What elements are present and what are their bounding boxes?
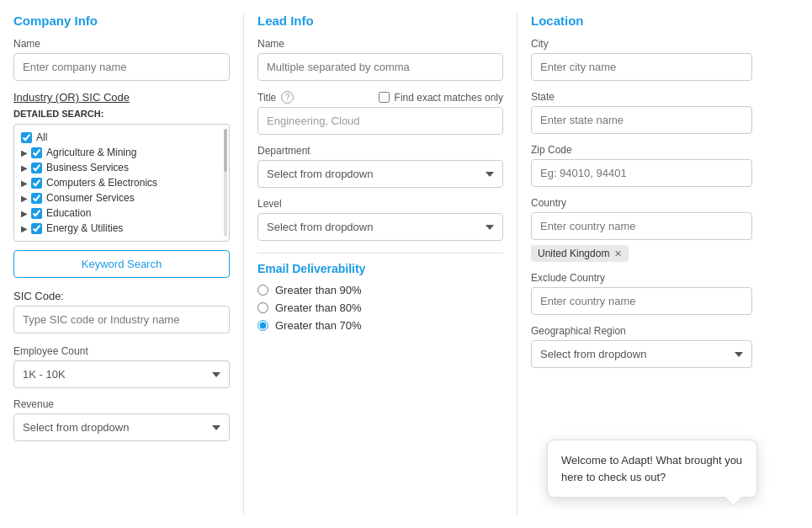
exclude-country-label: Exclude Country <box>531 272 752 284</box>
radio-gt70[interactable]: Greater than 70% <box>257 319 503 332</box>
city-label: City <box>531 38 752 50</box>
industry-comp[interactable]: ▶ Computers & Electronics <box>18 175 226 190</box>
industry-consumer[interactable]: ▶ Consumer Services <box>18 190 226 205</box>
lead-info-title: Lead Info <box>257 13 503 28</box>
country-tag-label: United Kingdom <box>538 248 609 259</box>
state-label: State <box>531 91 752 103</box>
company-name-label: Name <box>13 38 230 50</box>
industry-biz-checkbox[interactable] <box>31 163 42 173</box>
industry-all-label: All <box>36 131 47 143</box>
expand-comp-icon[interactable]: ▶ <box>21 179 28 188</box>
country-label: Country <box>531 197 752 209</box>
state-input[interactable] <box>531 106 752 134</box>
radio-gt80-label: Greater than 80% <box>275 301 362 314</box>
sic-code-input[interactable] <box>13 306 230 333</box>
company-info-title: Company Info <box>13 13 230 28</box>
industry-biz[interactable]: ▶ Business Services <box>18 160 226 175</box>
radio-gt90-label: Greater than 90% <box>275 284 362 296</box>
radio-gt70-label: Greater than 70% <box>275 319 362 332</box>
city-input[interactable] <box>531 53 752 81</box>
industry-energy[interactable]: ▶ Energy & Utilities <box>18 221 226 236</box>
industry-edu[interactable]: ▶ Education <box>18 205 226 221</box>
level-label: Level <box>257 198 503 210</box>
company-name-input[interactable] <box>13 53 230 81</box>
industry-sic-link[interactable]: Industry (OR) SIC Code <box>13 91 130 104</box>
country-tag: United Kingdom ✕ <box>531 245 629 262</box>
find-exact-label: Find exact matches only <box>395 92 503 104</box>
geo-region-select[interactable]: Select from dropdown North America Europ… <box>531 340 752 368</box>
industry-comp-checkbox[interactable] <box>31 178 42 189</box>
industry-energy-label: Energy & Utilities <box>46 222 123 234</box>
industry-all-checkbox[interactable] <box>21 132 32 143</box>
find-exact-checkbox[interactable] <box>379 92 390 103</box>
keyword-search-button[interactable]: Keyword Search <box>13 250 230 278</box>
employee-count-label: Employee Count <box>13 345 230 357</box>
level-select[interactable]: Select from dropdown C-Level VP Director… <box>257 213 503 241</box>
title-info-icon[interactable]: ? <box>281 91 294 104</box>
expand-energy-icon[interactable]: ▶ <box>21 224 28 233</box>
exclude-country-input[interactable] <box>531 287 752 315</box>
title-input[interactable] <box>257 107 503 135</box>
industry-agri-label: Agriculture & Mining <box>46 147 136 158</box>
title-label: Title <box>257 92 276 104</box>
industry-agri[interactable]: ▶ Agriculture & Mining <box>18 145 226 160</box>
location-title: Location <box>531 13 752 28</box>
expand-agri-icon[interactable]: ▶ <box>21 148 28 157</box>
geo-region-label: Geographical Region <box>531 325 752 337</box>
employee-count-select[interactable]: 1K - 10K Any 1 - 10 11 - 50 51 - 200 201… <box>13 360 230 388</box>
zip-code-label: Zip Code <box>531 144 752 156</box>
industry-biz-label: Business Services <box>46 162 129 173</box>
department-label: Department <box>257 145 503 157</box>
revenue-select[interactable]: Select from dropdown Any < $1M $1M - $10… <box>13 413 230 441</box>
industry-agri-checkbox[interactable] <box>31 147 42 158</box>
industry-all[interactable]: All <box>18 130 226 145</box>
industry-consumer-checkbox[interactable] <box>31 193 42 204</box>
detailed-search-label: DETAILED SEARCH: <box>13 109 230 119</box>
department-select[interactable]: Select from dropdown Engineering Marketi… <box>257 160 503 188</box>
country-tag-close[interactable]: ✕ <box>614 248 622 259</box>
radio-gt80-input[interactable] <box>257 302 268 313</box>
expand-edu-icon[interactable]: ▶ <box>21 209 28 218</box>
radio-gt80[interactable]: Greater than 80% <box>257 301 503 314</box>
country-input[interactable] <box>531 212 752 240</box>
email-radio-group: Greater than 90% Greater than 80% Greate… <box>257 284 503 332</box>
industry-edu-checkbox[interactable] <box>31 208 42 219</box>
industry-box: All ▶ Agriculture & Mining ▶ Business Se… <box>13 124 230 242</box>
industry-edu-label: Education <box>46 207 91 219</box>
sic-code-label: SIC Code: <box>13 290 230 302</box>
industry-scrollbar[interactable] <box>224 129 227 237</box>
radio-gt90[interactable]: Greater than 90% <box>257 284 503 296</box>
email-deliverability-title: Email Deliverability <box>257 253 503 275</box>
industry-consumer-label: Consumer Services <box>46 192 135 204</box>
industry-comp-label: Computers & Electronics <box>46 177 157 189</box>
radio-gt70-input[interactable] <box>257 320 268 331</box>
zip-code-input[interactable] <box>531 159 752 187</box>
lead-name-label: Name <box>257 38 503 50</box>
industry-energy-checkbox[interactable] <box>31 223 42 234</box>
expand-biz-icon[interactable]: ▶ <box>21 163 28 173</box>
radio-gt90-input[interactable] <box>257 285 268 296</box>
expand-consumer-icon[interactable]: ▶ <box>21 194 28 203</box>
revenue-label: Revenue <box>13 398 230 410</box>
lead-name-input[interactable] <box>257 53 503 81</box>
tooltip-message: Welcome to Adapt! What brought you here … <box>561 454 742 483</box>
tooltip-popup: Welcome to Adapt! What brought you here … <box>547 440 757 498</box>
